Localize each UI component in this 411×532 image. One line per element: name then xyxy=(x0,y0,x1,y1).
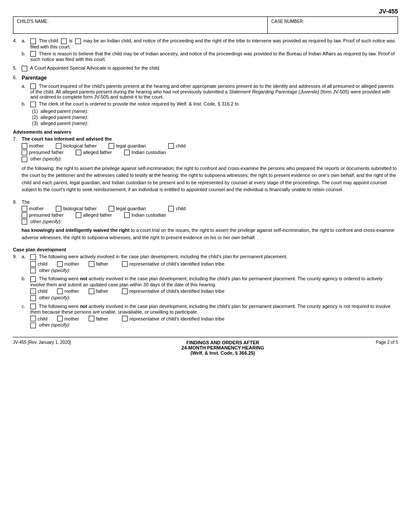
section-9a-checkbox-mother[interactable] xyxy=(57,261,63,267)
section-9b-checkbox-rep[interactable] xyxy=(122,288,128,294)
section-7-checkboxes-row1: mother biological father legal guardian … xyxy=(22,143,398,149)
section-9c-checkbox-other[interactable] xyxy=(30,323,36,328)
section-6b-sub3: (3) alleged parent (name): xyxy=(32,121,398,126)
section-9a-checkbox-child[interactable] xyxy=(30,261,36,267)
section-4a-is: is xyxy=(69,38,73,43)
section-8-label-bio-father: biological father xyxy=(63,206,96,211)
section-9b-label-rep: representative of child's identified Ind… xyxy=(129,288,225,294)
section-4b: b. There is reason to believe that the c… xyxy=(13,51,398,62)
section-9c-checkbox[interactable] xyxy=(30,304,36,309)
section-7-checkbox-other[interactable] xyxy=(22,157,27,162)
section-7-label-child: child xyxy=(176,143,186,148)
section-9b-other-label: other (specify): xyxy=(39,295,71,300)
section-5: 5. A Court Appointed Special Advocate is… xyxy=(13,65,398,71)
section-7-checkbox-child[interactable] xyxy=(168,143,174,149)
section-9b-checkbox-father[interactable] xyxy=(89,288,94,294)
section-6b-content: The clerk of the court is ordered to pro… xyxy=(30,101,398,107)
section-4: 4. a. The child is may be an Indian chil… xyxy=(13,38,398,62)
section-9a-checkbox-other[interactable] xyxy=(30,268,36,273)
section-9b-letter: b. xyxy=(22,276,30,281)
section-9b-bold: not xyxy=(80,276,87,281)
section-9b-label-father: father xyxy=(96,288,108,294)
section-7-checkbox-alleged-father[interactable] xyxy=(76,150,81,155)
section-9a-other-row: other (specify): xyxy=(30,268,398,274)
form-header: CHILD'S NAME: CASE NUMBER: xyxy=(13,16,398,34)
section-7: 7. The court has informed and advised th… xyxy=(13,136,398,196)
footer-line2: 24-MONTH PERMANENCY HEARING xyxy=(82,345,363,350)
section-8-label-child: child xyxy=(176,206,186,211)
section-9c-checkbox-father[interactable] xyxy=(89,316,94,321)
section-8-num: 8. xyxy=(13,199,22,205)
section-9a-checkboxes: child mother father representative of ch… xyxy=(30,261,398,267)
section-7-title: The court has informed and advised the xyxy=(22,136,112,141)
section-4b-checkbox[interactable] xyxy=(30,51,36,57)
section-7-checkbox-bio-father[interactable] xyxy=(56,143,61,149)
section-4a-checkbox-maybe[interactable] xyxy=(75,38,81,44)
section-7-checkbox-legal-guardian[interactable] xyxy=(109,143,114,149)
section-9c-label-rep: representative of child's identified Ind… xyxy=(129,316,225,321)
section-6b-sub2: (2) alleged parent (name): xyxy=(32,115,398,120)
section-9a-checkbox[interactable] xyxy=(30,254,36,260)
section-7-label-legal-guardian: legal guardian xyxy=(116,143,146,148)
case-number-value[interactable] xyxy=(271,24,394,32)
section-9c-checkbox-rep[interactable] xyxy=(122,316,128,321)
section-8-checkbox-presumed-father[interactable] xyxy=(22,212,27,218)
section-9c-checkbox-mother[interactable] xyxy=(57,316,63,321)
footer-line3: (Welf. & Inst. Code, § 366.25) xyxy=(82,350,363,356)
section-9a-checkbox-father[interactable] xyxy=(89,261,94,267)
section-9a-label-rep: representative of child's identified Ind… xyxy=(129,261,225,266)
section-8-checkbox-child[interactable] xyxy=(168,206,174,212)
section-9b-checkbox-other[interactable] xyxy=(30,295,36,301)
section-8-checkboxes-row2: presumed father alleged father Indian cu… xyxy=(22,212,398,218)
section-5-num: 5. xyxy=(13,65,22,71)
section-7-cb-bio-father: biological father xyxy=(56,143,96,149)
section-8-cb-indian-custodian: Indian custodian xyxy=(124,212,166,218)
section-7-checkbox-mother[interactable] xyxy=(22,143,27,149)
section-9c-letter: c. xyxy=(22,304,30,309)
section-8-cb-presumed-father: presumed father xyxy=(22,212,64,218)
section-8-checkbox-other[interactable] xyxy=(22,219,27,224)
section-5-checkbox[interactable] xyxy=(22,66,27,71)
section-8-checkbox-bio-father[interactable] xyxy=(56,206,61,212)
section-9a-label-father: father xyxy=(96,261,108,266)
section-4a-checkbox-is[interactable] xyxy=(61,38,67,44)
section-8-checkbox-legal-guardian[interactable] xyxy=(109,206,114,212)
section-9a-label-mother: mother xyxy=(64,261,79,266)
section-9b-checkbox-mother[interactable] xyxy=(57,288,63,294)
section-9b-checkbox-child[interactable] xyxy=(30,288,36,294)
section-8-checkbox-mother[interactable] xyxy=(22,206,27,212)
section-4a-checkbox1[interactable] xyxy=(30,38,36,44)
section-8-label-mother: mother xyxy=(29,206,44,211)
section-9a-other-italic: (specify): xyxy=(51,268,71,273)
section-9a-cb-rep: representative of child's identified Ind… xyxy=(122,261,225,267)
case-number-field[interactable]: CASE NUMBER: xyxy=(268,17,398,33)
section-7-checkbox-indian-custodian[interactable] xyxy=(124,150,130,155)
section-8-checkbox-indian-custodian[interactable] xyxy=(124,212,130,218)
section-9a-content: The following were actively involved in … xyxy=(30,254,398,273)
section-6a-italic: Statement Regarding Parentage (Juvenile) xyxy=(229,89,319,94)
section-6b-checkbox[interactable] xyxy=(30,102,36,107)
section-7-body: of the following: the right to assert th… xyxy=(22,165,398,193)
section-9b-other-italic: (specify): xyxy=(51,295,71,300)
section-4b-text: There is reason to believe that the chil… xyxy=(30,51,395,62)
section-6a-content: The court inquired of the child's parent… xyxy=(30,83,398,100)
section-9a-checkbox-rep[interactable] xyxy=(122,261,128,267)
child-name-field[interactable]: CHILD'S NAME: xyxy=(13,17,268,33)
child-name-value[interactable] xyxy=(17,24,264,32)
section-6b-subs: (1) alleged parent (name): (2) alleged p… xyxy=(32,109,398,126)
section-9b-content: The following were not actively involved… xyxy=(30,276,398,301)
advisements-title: Advisements and waivers xyxy=(13,129,398,135)
case-plan-title: Case plan development xyxy=(13,247,398,252)
section-9c-checkbox-child[interactable] xyxy=(30,316,36,321)
section-7-checkbox-presumed-father[interactable] xyxy=(22,150,27,155)
section-8-checkbox-alleged-father[interactable] xyxy=(76,212,81,218)
section-6b-sub2-italic: (name): xyxy=(72,115,88,120)
section-9b-cb-mother: mother xyxy=(57,288,79,294)
section-7-label-bio-father: biological father xyxy=(63,143,96,148)
footer-left: JV-455 [Rev. January 1, 2020] xyxy=(13,340,82,345)
section-9b-other-row: other (specify): xyxy=(30,295,398,301)
section-7-other-italic: (specify): xyxy=(42,156,62,161)
section-9b-label-child: child xyxy=(38,288,48,294)
section-6a-checkbox[interactable] xyxy=(30,83,36,89)
section-9b-checkbox[interactable] xyxy=(30,276,36,282)
